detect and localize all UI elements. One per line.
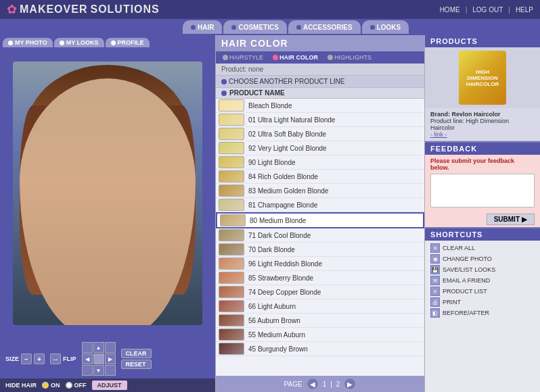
- tab-my-photo[interactable]: MY PHOTO: [3, 38, 53, 47]
- shortcut-item[interactable]: 💾SAVE/LIST LOOKS: [430, 264, 535, 275]
- reset-button[interactable]: RESET: [121, 360, 152, 369]
- page-label: PAGE: [284, 381, 302, 388]
- color-item[interactable]: 84 Rich Golden Blonde: [216, 170, 424, 184]
- submit-button[interactable]: SUBMIT ▶: [487, 214, 535, 225]
- color-item[interactable]: Bleach Blonde: [216, 99, 424, 113]
- color-name: 71 Dark Cool Blonde: [248, 232, 311, 239]
- color-item[interactable]: 45 Burgundy Brown: [216, 342, 424, 356]
- color-name: 01 Ultra Light Natural Blonde: [248, 116, 335, 124]
- color-name: Bleach Blonde: [248, 102, 292, 109]
- shortcut-icon: ◧: [430, 308, 440, 318]
- color-item[interactable]: 55 Medium Auburn: [216, 328, 424, 342]
- color-item[interactable]: 96 Light Reddish Blonde: [216, 257, 424, 271]
- off-label[interactable]: OFF: [74, 382, 87, 389]
- size-plus-button[interactable]: +: [34, 353, 45, 364]
- color-item[interactable]: 80 Medium Blonde: [216, 212, 424, 228]
- page-current: 1: [323, 381, 327, 388]
- shortcut-icon: ◉: [430, 254, 440, 264]
- left-tabs: MY PHOTO MY LOOKS PROFILE: [0, 35, 215, 47]
- shortcut-item[interactable]: ◉CHANGE PHOTO: [430, 253, 535, 264]
- color-item[interactable]: 74 Deep Copper Blonde: [216, 285, 424, 299]
- feedback-prompt: Please submit your feedback below.: [430, 157, 535, 171]
- color-item[interactable]: 56 Auburn Brown: [216, 314, 424, 328]
- product-description: Brand: Revlon Haircolor Product line: Hi…: [425, 108, 540, 141]
- shortcuts-header: SHORTCUTS: [425, 228, 540, 241]
- on-label[interactable]: ON: [51, 382, 60, 389]
- adjust-button[interactable]: ADJUST: [92, 381, 127, 390]
- color-item[interactable]: 85 Strawberry Blonde: [216, 271, 424, 285]
- clear-button[interactable]: CLEAR: [121, 349, 152, 358]
- nav-tab-accessories[interactable]: ACCESSORIES: [288, 20, 361, 34]
- color-name: 02 Ultra Soft Baby Blonde: [248, 130, 326, 138]
- color-name: 85 Strawberry Blonde: [248, 274, 313, 282]
- move-center[interactable]: [93, 353, 104, 364]
- column-header: PRODUCT NAME: [229, 89, 285, 97]
- color-swatch: [219, 114, 244, 126]
- left-panel: MY PHOTO MY LOOKS PROFILE SIZE − + ↔: [0, 35, 215, 392]
- color-swatch: [219, 243, 244, 255]
- feedback-body: Please submit your feedback below.: [425, 155, 540, 212]
- shortcut-icon: 🖨: [430, 297, 440, 307]
- submit-row: SUBMIT ▶: [425, 212, 540, 227]
- color-swatch: [219, 272, 244, 284]
- product-link[interactable]: - link -: [430, 131, 447, 138]
- nav-tabs: HAIR COSMETICS ACCESSORIES LOOKS: [0, 19, 540, 35]
- shortcut-item[interactable]: ≡PRODUCT LIST: [430, 286, 535, 297]
- color-item[interactable]: 70 Dark Blonde: [216, 243, 424, 257]
- home-link[interactable]: HOME: [440, 6, 460, 14]
- move-right[interactable]: ▶: [105, 353, 116, 364]
- color-item[interactable]: 90 Light Blonde: [216, 155, 424, 170]
- flip-label: FLIP: [63, 356, 76, 362]
- main: MY PHOTO MY LOOKS PROFILE SIZE − + ↔: [0, 35, 540, 392]
- subtab-haircolor[interactable]: HAIR COLOR: [269, 53, 322, 62]
- choose-product-line[interactable]: CHOOSE ANOTHER PRODUCT LINE: [216, 76, 424, 88]
- shortcut-label: SAVE/LIST LOOKS: [443, 266, 495, 273]
- color-swatch: [219, 343, 244, 355]
- color-name: 80 Medium Blonde: [250, 217, 306, 224]
- help-link[interactable]: HELP: [516, 6, 533, 14]
- color-item[interactable]: 71 Dark Cool Blonde: [216, 228, 424, 243]
- move-down-left[interactable]: [82, 365, 93, 376]
- shortcut-item[interactable]: 🖨PRINT: [430, 297, 535, 308]
- move-left[interactable]: ◀: [82, 353, 93, 364]
- color-name: 83 Medium Golden Blonde: [248, 187, 328, 195]
- nav-tab-hair[interactable]: HAIR: [183, 20, 222, 34]
- move-up-left[interactable]: [82, 342, 93, 353]
- shortcut-item[interactable]: ◧BEFORE/AFTER: [430, 308, 535, 318]
- tab-profile[interactable]: PROFILE: [106, 38, 150, 47]
- shortcut-label: BEFORE/AFTER: [443, 310, 489, 316]
- shortcut-item[interactable]: ✉EMAIL A FRIEND: [430, 275, 535, 286]
- color-item[interactable]: 83 Medium Golden Blonde: [216, 184, 424, 198]
- color-item[interactable]: 01 Ultra Light Natural Blonde: [216, 113, 424, 127]
- feedback-textarea[interactable]: [430, 174, 535, 207]
- product-thumbnail: HIGH DIMENSION HAIRCOLOR: [459, 51, 506, 105]
- subtab-hairstyle[interactable]: HAIRSTYLE: [219, 53, 267, 62]
- center-header: HAIR COLOR: [216, 35, 424, 51]
- flip-button[interactable]: ↔: [50, 353, 61, 364]
- logout-link[interactable]: LOG OUT: [472, 6, 503, 14]
- color-name: 92 Very Light Cool Blonde: [248, 145, 327, 152]
- page-total: 2: [336, 381, 340, 388]
- page-next-button[interactable]: ▶: [344, 378, 356, 390]
- size-minus-button[interactable]: −: [21, 353, 32, 364]
- submit-label: SUBMIT: [494, 216, 520, 223]
- color-name: 74 Deep Copper Blonde: [248, 289, 321, 296]
- color-name: 45 Burgundy Brown: [248, 345, 308, 353]
- tab-my-looks[interactable]: MY LOOKS: [54, 38, 104, 47]
- shortcut-icon: ≡: [430, 287, 440, 296]
- move-up[interactable]: ▲: [93, 342, 104, 353]
- nav-tab-looks[interactable]: LOOKS: [362, 20, 409, 34]
- color-item[interactable]: 02 Ultra Soft Baby Blonde: [216, 127, 424, 141]
- page-prev-button[interactable]: ◀: [307, 378, 319, 390]
- shortcut-item[interactable]: ✕CLEAR ALL: [430, 243, 535, 253]
- move-down[interactable]: ▼: [93, 365, 104, 376]
- move-up-right[interactable]: [105, 342, 116, 353]
- color-item[interactable]: 66 Light Auburn: [216, 299, 424, 314]
- color-item[interactable]: 81 Champagne Blonde: [216, 198, 424, 212]
- color-item[interactable]: 92 Very Light Cool Blonde: [216, 141, 424, 155]
- nav-tab-cosmetics[interactable]: COSMETICS: [223, 20, 286, 34]
- shortcut-label: CHANGE PHOTO: [443, 255, 492, 262]
- shortcut-icon: 💾: [430, 265, 440, 274]
- subtab-highlights[interactable]: HIGHLIGHTS: [323, 53, 376, 62]
- move-down-right[interactable]: [105, 365, 116, 376]
